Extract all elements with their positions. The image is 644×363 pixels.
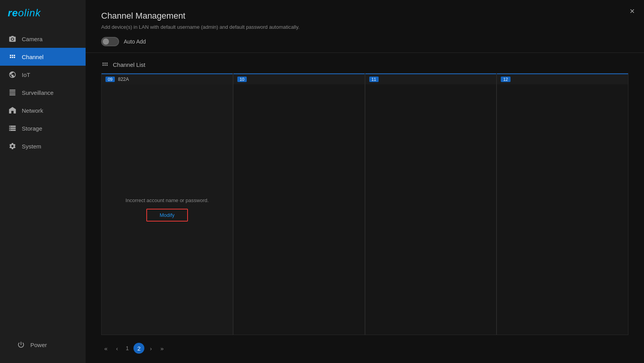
channel-number-10: 10 [237, 77, 247, 82]
power-label: Power [30, 342, 47, 348]
channel-card-body-12 [497, 84, 628, 335]
section-header: Channel List [86, 53, 644, 73]
channel-list-icon [101, 61, 109, 68]
logo: reolink [0, 0, 86, 27]
channel-number-12: 12 [501, 77, 510, 82]
channel-card-header-09: 09 822A [102, 74, 233, 84]
sidebar-bottom: Power [0, 330, 86, 363]
sidebar-item-storage[interactable]: Storage [0, 119, 86, 137]
sidebar-nav: Camera Channel IoT Surveillance [0, 27, 86, 330]
sidebar-item-system-label: System [22, 143, 41, 150]
channel-card-09: 09 822A Incorrect account name or passwo… [101, 73, 233, 335]
channel-card-body-10 [233, 84, 365, 335]
channel-card-11: 11 [365, 73, 497, 335]
pagination: « ‹ 1 2 › » [86, 335, 644, 363]
toggle-knob [103, 38, 109, 45]
modify-button-09[interactable]: Modify [146, 209, 188, 222]
camera-icon [9, 35, 16, 43]
sidebar-item-channel[interactable]: Channel [0, 48, 86, 66]
sidebar: reolink Camera Channel IoT [0, 0, 86, 363]
section-title: Channel List [113, 61, 145, 68]
sidebar-item-surveillance[interactable]: Surveillance [0, 84, 86, 101]
pagination-last[interactable]: » [157, 344, 167, 353]
auto-add-row: Auto Add [101, 37, 628, 46]
channel-name-09: 822A [118, 77, 129, 82]
pagination-next[interactable]: › [147, 344, 155, 353]
main-content: × Channel Management Add device(s) in LA… [86, 0, 644, 363]
sidebar-item-iot-label: IoT [22, 72, 30, 78]
channel-grid: 09 822A Incorrect account name or passwo… [86, 73, 644, 335]
surveillance-icon [9, 89, 16, 96]
channel-card-header-10: 10 [233, 74, 365, 84]
channel-card-10: 10 [233, 73, 365, 335]
channel-card-body-11 [365, 84, 497, 335]
close-button[interactable]: × [630, 7, 635, 16]
channel-icon [9, 53, 16, 61]
channel-number-09: 09 [105, 77, 115, 82]
sidebar-item-iot[interactable]: IoT [0, 66, 86, 84]
channel-number-11: 11 [369, 77, 379, 82]
pagination-first[interactable]: « [101, 344, 111, 353]
channel-error-09: Incorrect account name or password. [119, 197, 215, 203]
page-title: Channel Management [101, 11, 628, 21]
auto-add-toggle[interactable] [101, 37, 119, 46]
sidebar-item-surveillance-label: Surveillance [22, 89, 54, 96]
sidebar-item-channel-label: Channel [22, 54, 44, 60]
power-icon [17, 341, 25, 349]
pagination-prev[interactable]: ‹ [113, 344, 121, 353]
network-icon [9, 106, 16, 114]
system-icon [9, 142, 16, 150]
channel-card-header-11: 11 [365, 74, 497, 84]
sidebar-item-network[interactable]: Network [0, 101, 86, 119]
page-subtitle: Add device(s) in LAN with default userna… [101, 24, 628, 30]
channel-card-12: 12 [497, 73, 628, 335]
sidebar-item-storage-label: Storage [22, 125, 42, 132]
sidebar-item-network-label: Network [22, 107, 43, 114]
storage-icon [9, 124, 16, 132]
sidebar-item-camera-label: Camera [22, 36, 42, 42]
auto-add-label: Auto Add [124, 38, 146, 45]
pagination-page-2[interactable]: 2 [133, 343, 144, 354]
sidebar-item-camera[interactable]: Camera [0, 30, 86, 48]
content-header: Channel Management Add device(s) in LAN … [86, 0, 644, 53]
channel-card-body-09: Incorrect account name or password. Modi… [102, 84, 233, 335]
iot-icon [9, 71, 16, 79]
power-button[interactable]: Power [9, 336, 77, 354]
channel-card-header-12: 12 [497, 74, 628, 84]
pagination-page-1[interactable]: 1 [123, 344, 131, 353]
sidebar-item-system[interactable]: System [0, 137, 86, 155]
